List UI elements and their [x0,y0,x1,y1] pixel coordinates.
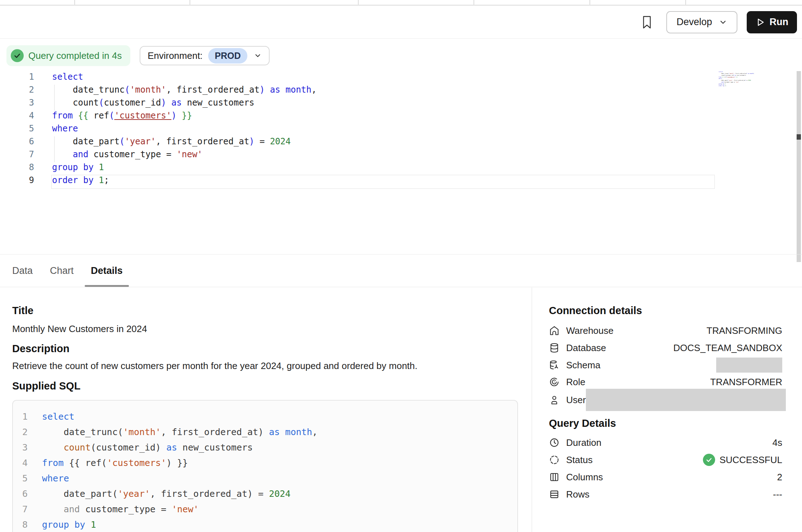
environment-selector[interactable]: Environment: PROD [140,46,269,65]
top-strip-divider [474,0,474,5]
row-label: Rows [566,489,589,500]
redacted-value [716,358,782,373]
run-label: Run [770,17,788,28]
details-panel: Title Monthly New Customers in 2024 Desc… [0,288,802,532]
environment-value-chip: PROD [208,48,247,64]
query-details-heading: Query Details [549,417,616,429]
row-label: Database [566,342,606,354]
scrollbar-handle[interactable] [797,134,801,140]
top-strip-divider [589,0,590,5]
details-left-column: Title Monthly New Customers in 2024 Desc… [0,288,532,532]
top-strip-divider [74,0,75,5]
supplied-sql-heading: Supplied SQL [12,380,80,392]
editor-minimap[interactable]: select date_trunc('month', first_ordered… [716,71,754,93]
rows-icon [549,489,561,500]
connection-row-user: User [549,391,782,409]
connection-row-schema: Schema [549,356,782,374]
row-value: --- [773,489,782,500]
query-row-rows: Rows --- [549,486,782,503]
tab-data[interactable]: Data [12,255,33,287]
description-value: Retrieve the count of new customers per … [12,360,418,372]
query-row-columns: Columns 2 [549,468,782,486]
top-strip-divider [190,0,190,5]
active-line-highlight [51,175,715,189]
connection-details-heading: Connection details [549,305,642,317]
app-screen: Develop Run Query completed i [0,0,802,532]
query-status-text: Query completed in 4s [28,50,122,61]
play-icon [755,17,765,27]
status-row: Query completed in 4s Environment: PROD [0,39,802,72]
chevron-down-icon [254,52,262,60]
check-circle-icon [11,49,24,62]
row-value: DOCS_TEAM_SANDBOX [673,342,782,354]
results-tabbar: Data Chart Details [0,254,802,287]
chevron-down-icon [719,18,727,27]
row-label: Duration [566,437,601,448]
database-icon [549,342,561,353]
row-value: 2 [777,472,782,483]
environment-label: Environment: [148,50,202,61]
status-text: SUCCESSFUL [719,454,782,466]
row-label: Schema [566,360,600,371]
row-value: 4s [773,437,782,448]
header-toolbar: Develop Run [0,6,802,39]
status-icon [549,454,561,465]
description-heading: Description [12,343,70,355]
top-strip-divider [358,0,359,5]
title-value: Monthly New Customers in 2024 [12,323,147,335]
warehouse-icon [549,325,561,336]
query-row-duration: Duration 4s [549,434,782,451]
user-icon [549,395,561,405]
bookmark-icon [641,15,653,29]
minimap-code: select date_trunc('month', first_ordered… [716,71,754,87]
redacted-value [586,389,786,411]
tab-details[interactable]: Details [91,255,123,287]
indent-guide [54,136,55,162]
top-strip-divider [685,0,686,5]
row-value-redacted [716,358,782,373]
connection-row-role: Role TRANSFORMER [549,373,782,391]
row-label: Warehouse [566,325,614,336]
row-label: Role [566,377,585,388]
title-heading: Title [12,305,33,317]
row-label: Status [566,454,593,466]
supplied-sql-block: 1select2 date_trunc('month', first_order… [12,400,518,532]
sql-editor[interactable]: 1select2 date_trunc('month', first_order… [0,72,802,252]
top-strip [0,0,802,6]
row-label: Columns [566,472,603,483]
row-label: User [566,395,586,406]
develop-label: Develop [676,17,712,28]
indent-guide [54,85,55,111]
details-right-panel: Connection details Warehouse TRANSFORMIN… [532,288,802,532]
row-value-redacted [586,389,786,411]
editor-scrollbar[interactable] [797,71,801,262]
connection-row-warehouse: Warehouse TRANSFORMING [549,322,782,339]
schema-icon [549,360,561,370]
row-value: TRANSFORMER [710,377,782,388]
tab-chart[interactable]: Chart [50,255,74,287]
duration-icon [549,437,561,448]
query-status-badge: Query completed in 4s [6,45,130,66]
bookmark-button[interactable] [641,15,653,29]
connection-row-database: Database DOCS_TEAM_SANDBOX [549,339,782,356]
editor-code: 1select2 date_trunc('month', first_order… [0,72,802,188]
run-button[interactable]: Run [747,11,797,33]
query-row-status: Status SUCCESSFUL [549,451,782,468]
develop-dropdown[interactable]: Develop [666,11,737,33]
columns-icon [549,472,561,482]
row-value: TRANSFORMING [707,325,782,336]
success-check-icon [703,454,715,466]
status-value: SUCCESSFUL [703,454,782,466]
role-icon [549,377,561,387]
